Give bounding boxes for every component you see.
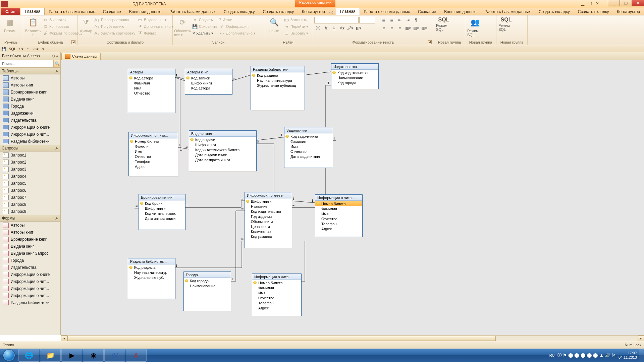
nav-item[interactable]: Города bbox=[0, 103, 60, 110]
cut-button[interactable]: ✂Вырезать bbox=[43, 17, 83, 23]
schema-table-bron[interactable]: Бронирование книгКод брониШифр книгиКод … bbox=[139, 194, 185, 230]
ribbon-tab[interactable]: Главная bbox=[336, 8, 360, 15]
table-field[interactable]: Код раздела bbox=[245, 234, 292, 239]
table-field[interactable]: Телефон bbox=[315, 221, 362, 226]
window-close[interactable]: ✕ bbox=[632, 0, 644, 6]
nav-item[interactable]: Запрос5 bbox=[0, 180, 60, 187]
spelling[interactable]: ✔Орфография bbox=[219, 23, 256, 29]
filter-button[interactable]: ⧩Фильтр bbox=[80, 17, 92, 33]
table-field[interactable]: Научная литература bbox=[251, 78, 305, 83]
window-doc-controls[interactable]: ▁ ▢ ✕ bbox=[581, 1, 600, 6]
table-field[interactable]: Количество bbox=[245, 229, 292, 234]
indent-inc[interactable]: ⇥ bbox=[404, 17, 412, 23]
schema-table-infochit3[interactable]: Информация о чита...Номер билетаФамилияИ… bbox=[252, 274, 302, 316]
nav-item[interactable]: Города bbox=[0, 257, 60, 264]
nav-item[interactable]: Разделы библиотеки bbox=[0, 299, 60, 306]
sql-view-1[interactable]: SQLРежим SQL bbox=[436, 17, 451, 32]
relationships-canvas[interactable]: 1∞1∞∞11∞∞1∞11∞1111∞1∞1∞∞1 АвторыКод авто… bbox=[61, 60, 644, 335]
nav-group-header[interactable]: Таблицы⮝ bbox=[0, 68, 60, 74]
schema-table-razdely2[interactable]: Разделы библиотек...Код разделаНаучная л… bbox=[128, 258, 175, 299]
clipboard-dialog-launcher[interactable]: ◢ bbox=[71, 40, 75, 44]
copy-button[interactable]: ⧉Копировать bbox=[43, 23, 83, 29]
nav-item[interactable]: Информация о книге bbox=[0, 124, 60, 131]
ribbon-tab[interactable]: Создать вкладку bbox=[535, 8, 574, 15]
table-field[interactable]: Имя bbox=[129, 149, 178, 154]
ribbon-tab[interactable]: Работа с базами данных bbox=[165, 8, 219, 15]
fill-button[interactable]: ◧▾ bbox=[355, 25, 362, 32]
table-field[interactable]: Адрес bbox=[315, 226, 362, 231]
table-title[interactable]: Информация о чита... bbox=[252, 274, 301, 280]
table-field[interactable]: Дата заказа книги bbox=[139, 216, 185, 221]
scroll-thumb[interactable] bbox=[67, 336, 496, 341]
schema-table-goroda[interactable]: ГородаКод городаНаименование bbox=[183, 272, 231, 311]
taskbar-chrome[interactable]: ◉ bbox=[83, 349, 104, 362]
toggle-filter[interactable]: ⧩Фильтр bbox=[137, 30, 173, 36]
ribbon-tab[interactable]: Создать вкладку bbox=[259, 8, 298, 15]
nav-item[interactable]: Издательства bbox=[0, 117, 60, 124]
font-size-combo[interactable] bbox=[359, 17, 375, 23]
schema-table-infochit2[interactable]: Информация о чита...Номер билетаФамилияИ… bbox=[315, 194, 363, 237]
goto[interactable]: ➔Перейти ▾ bbox=[284, 23, 308, 29]
indent-dec[interactable]: ⇤ bbox=[396, 17, 404, 23]
nav-group-header[interactable]: Запросы⮝ bbox=[0, 145, 60, 152]
italic-button[interactable]: К bbox=[322, 25, 330, 32]
table-title[interactable]: Информация о чита... bbox=[129, 132, 178, 138]
sort-desc[interactable]: A↑По убыванию bbox=[94, 23, 135, 29]
schema-table-infochit1[interactable]: Информация о чита...Номер билетаФамилияИ… bbox=[128, 132, 178, 176]
nav-item[interactable]: Запрос3 bbox=[0, 166, 60, 173]
ribbon-tab[interactable]: Главная bbox=[21, 8, 45, 15]
table-field[interactable]: Отчество bbox=[315, 216, 362, 221]
table-field[interactable]: Код города bbox=[184, 278, 231, 283]
taskbar-access[interactable]: A bbox=[126, 349, 147, 362]
schema-table-izdat[interactable]: ИздательстваКод издательстваНаименование… bbox=[331, 63, 379, 89]
ribbon-tab[interactable]: Внешние данные bbox=[125, 8, 166, 15]
table-field[interactable]: Название bbox=[245, 204, 292, 209]
table-field[interactable]: Код записи bbox=[185, 75, 232, 80]
delete-record[interactable]: ✕ Удалить ▾ bbox=[192, 30, 217, 36]
table-field[interactable]: Отчество bbox=[129, 154, 178, 159]
table-field[interactable]: Имя bbox=[284, 144, 333, 149]
ribbon-tab[interactable]: Работа с базами данных bbox=[360, 8, 414, 15]
view-button[interactable]: ▦Режим bbox=[2, 17, 17, 33]
nav-item[interactable]: Запрос8 bbox=[0, 201, 60, 208]
nav-item[interactable]: Разделы библиотеки bbox=[0, 138, 60, 145]
nav-item[interactable]: Бронирование книг bbox=[0, 88, 60, 96]
table-field[interactable]: Код раздела bbox=[128, 265, 175, 270]
table-field[interactable]: Номер билета bbox=[129, 139, 178, 144]
schema-table-vydacha[interactable]: Выдача книгКод выдачиШифр книгиКод читат… bbox=[189, 130, 257, 171]
nav-item[interactable]: Информация о книге bbox=[0, 271, 60, 278]
table-field[interactable]: Код брони bbox=[139, 201, 185, 206]
advanced-filter[interactable]: ⧩Дополнительно ▾ bbox=[137, 23, 173, 29]
ribbon-tab[interactable]: Работа с базами данных bbox=[481, 8, 535, 15]
table-field[interactable]: Объем книги bbox=[245, 219, 292, 224]
table-title[interactable]: Информация о чита... bbox=[315, 195, 362, 201]
taskbar-ie[interactable]: 🌐 bbox=[18, 349, 39, 362]
sort-asc[interactable]: A↓По возрастанию bbox=[94, 17, 135, 23]
table-field[interactable]: Фамилия bbox=[315, 206, 362, 211]
font-color-button[interactable]: A▾ bbox=[338, 25, 346, 32]
table-title[interactable]: Задолжники bbox=[284, 127, 333, 133]
ribbon-tab[interactable]: Конструктор bbox=[298, 8, 329, 15]
table-field[interactable]: Код раздела bbox=[251, 73, 305, 78]
underline-button[interactable]: Ч bbox=[330, 25, 338, 32]
table-field[interactable]: Журнальные публикац bbox=[251, 83, 305, 88]
table-field[interactable]: Отчество bbox=[252, 295, 301, 300]
table-title[interactable]: Бронирование книг bbox=[139, 194, 185, 200]
schema-table-razdely[interactable]: Разделы библиотекиКод разделаНаучная лит… bbox=[251, 66, 305, 110]
start-button[interactable] bbox=[0, 349, 18, 362]
nav-item[interactable]: Авторы bbox=[0, 222, 60, 229]
ribbon-tab[interactable]: Создание bbox=[414, 8, 440, 15]
table-field[interactable]: Номер билета bbox=[315, 201, 362, 206]
sql-qat[interactable]: SQL bbox=[9, 47, 16, 51]
tray-clock[interactable]: 17:0704.11.2013 bbox=[619, 351, 637, 360]
table-field[interactable]: Дата выдачи книги bbox=[189, 152, 256, 157]
highlight-button[interactable]: 🖍▾ bbox=[346, 25, 354, 32]
clear-sort[interactable]: AₓУдалить сортировку bbox=[94, 30, 135, 36]
scroll-left[interactable]: ◄ bbox=[61, 336, 67, 341]
bold-button[interactable]: Ж bbox=[314, 25, 322, 32]
table-field[interactable]: Имя bbox=[252, 290, 301, 295]
table-title[interactable]: Выдача книг bbox=[189, 131, 256, 137]
table-title[interactable]: Информация о книге bbox=[245, 192, 292, 198]
nav-item[interactable]: Авторы книг bbox=[0, 81, 60, 88]
font-family-combo[interactable] bbox=[314, 17, 359, 23]
